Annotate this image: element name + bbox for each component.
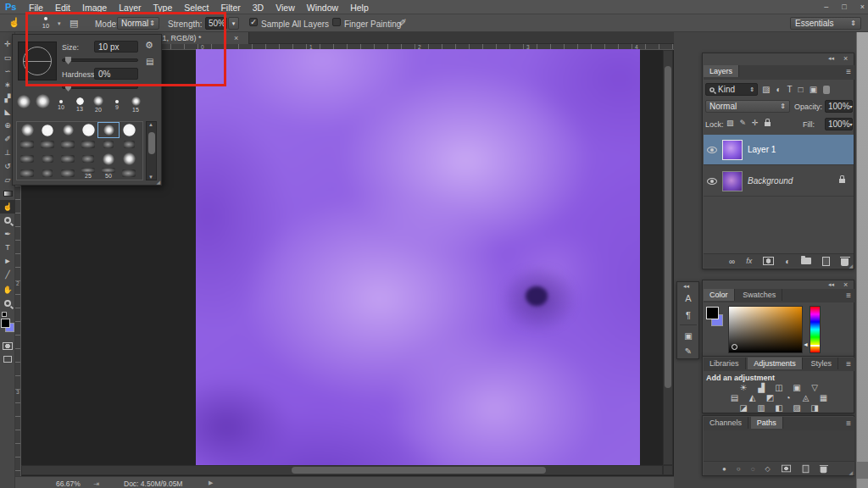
posterize-icon[interactable]: ▥ [755, 403, 768, 413]
brush-preset[interactable] [58, 152, 78, 166]
black-white-icon[interactable]: ◩ [764, 393, 776, 402]
curves-icon[interactable]: ◫ [773, 383, 786, 392]
character-panel-icon[interactable]: A [677, 291, 699, 306]
collapse-panel-icon[interactable]: ◂◂ [828, 55, 834, 62]
panel-menu-icon[interactable]: ≡ [846, 291, 851, 300]
hand-tool[interactable]: ✋ [0, 283, 15, 297]
add-mask-icon[interactable] [782, 465, 791, 473]
layer-thumbnail[interactable] [722, 171, 743, 191]
sample-all-layers-label[interactable]: Sample All Layers [261, 19, 329, 29]
scrollbar-thumb[interactable] [148, 132, 155, 154]
stroke-path-icon[interactable]: ○ [737, 465, 741, 473]
layer-row-layer1[interactable]: Layer 1 [704, 135, 854, 165]
brush-preset[interactable] [37, 123, 58, 137]
character-styles-panel-icon[interactable]: ▣ [677, 328, 699, 343]
canvas[interactable] [196, 49, 640, 474]
new-adjustment-layer-icon[interactable]: ◐ [785, 257, 790, 266]
close-icon[interactable]: × [860, 3, 865, 11]
fill-input[interactable]: 100% ▾ [825, 118, 853, 130]
brush-preset[interactable] [58, 166, 78, 180]
finger-painting-label[interactable]: Finger Painting [344, 19, 401, 29]
visibility-eye-icon[interactable] [707, 178, 717, 185]
foreground-color-swatch[interactable] [1, 319, 10, 328]
type-tool[interactable]: T [0, 241, 15, 254]
filter-toggle-switch[interactable] [823, 86, 830, 94]
opacity-input[interactable]: 100% ▾ [825, 100, 853, 113]
default-colors-icon[interactable] [2, 312, 7, 317]
tab-close-icon[interactable]: × [234, 34, 238, 42]
dodge-tool[interactable] [0, 214, 15, 227]
expand-dock-icon[interactable]: ◂◂ [683, 283, 689, 290]
lock-all-icon[interactable] [765, 122, 771, 126]
panel-resize-grip[interactable]: ◢ [156, 179, 160, 185]
paragraph-styles-panel-icon[interactable]: ✎ [677, 343, 699, 358]
channel-mixer-icon[interactable]: ◬ [799, 393, 812, 402]
load-path-selection-icon[interactable]: ◌ [751, 465, 755, 473]
menu-window[interactable]: Window [307, 1, 338, 14]
saturation-brightness-field[interactable] [728, 306, 803, 353]
tab-channels[interactable]: Channels [704, 417, 748, 429]
levels-icon[interactable]: ▟ [755, 383, 768, 392]
delete-path-icon[interactable] [820, 467, 826, 474]
vertical-scrollbar[interactable] [663, 50, 673, 465]
brush-preset[interactable] [78, 123, 98, 137]
minimize-icon[interactable]: – [824, 3, 828, 11]
screen-mode-button[interactable] [3, 356, 12, 363]
foreground-color-swatch[interactable] [706, 307, 719, 319]
tab-swatches[interactable]: Swatches [737, 289, 782, 301]
menu-3d[interactable]: 3D [253, 1, 264, 14]
color-picker-cursor[interactable] [732, 344, 737, 350]
filter-pixel-layers-icon[interactable]: ▨ [762, 85, 770, 94]
selective-color-icon[interactable]: ◨ [809, 403, 821, 413]
make-work-path-icon[interactable]: ◇ [765, 465, 770, 473]
tab-paths[interactable]: Paths [751, 417, 783, 429]
gradient-tool[interactable] [0, 186, 15, 200]
visibility-eye-icon[interactable] [707, 147, 717, 153]
add-layer-mask-icon[interactable] [763, 257, 774, 265]
layer-name[interactable]: Background [748, 176, 793, 186]
layer-name[interactable]: Layer 1 [748, 145, 776, 154]
close-panel-icon[interactable]: × [843, 280, 848, 289]
panel-menu-icon[interactable]: ≡ [846, 419, 851, 428]
brush-grid-scrollbar[interactable]: ▲ ▼ [146, 121, 157, 180]
doc-size-info[interactable]: Doc: 4.50M/9.05M [124, 480, 182, 488]
finger-painting-checkbox[interactable] [332, 18, 341, 26]
brush-preset[interactable] [78, 152, 98, 166]
brush-preset[interactable] [119, 166, 139, 180]
gradient-map-icon[interactable]: ▨ [791, 403, 804, 413]
brush-preset[interactable] [98, 137, 119, 152]
brush-preset[interactable]: 50 [98, 166, 119, 180]
brush-preset[interactable] [17, 166, 37, 180]
blend-mode-dropdown[interactable]: Normal ⇕ [705, 100, 790, 113]
brush-preset-selected[interactable] [98, 123, 119, 137]
horizontal-scrollbar[interactable] [21, 465, 663, 475]
brush-preset[interactable]: 25 [78, 166, 98, 180]
lock-transparency-icon[interactable]: ▨ [726, 119, 734, 127]
filter-type-layers-icon[interactable]: T [787, 85, 793, 94]
scroll-up-icon[interactable]: ▲ [148, 122, 153, 127]
tab-color[interactable]: Color [704, 289, 735, 301]
collapse-panel-icon[interactable]: ◂◂ [828, 281, 834, 288]
fill-path-icon[interactable]: ● [722, 465, 726, 473]
brush-preset[interactable] [33, 94, 52, 116]
brush-preset[interactable]: 20 [89, 94, 108, 116]
brush-preset[interactable]: 9 [108, 94, 126, 116]
threshold-icon[interactable]: ◧ [773, 403, 786, 413]
zoom-level[interactable]: 66.67% [56, 480, 81, 488]
brush-preset[interactable] [98, 152, 119, 166]
brush-preset[interactable] [17, 137, 37, 152]
scrollbar-thumb[interactable] [292, 467, 546, 474]
filter-shape-layers-icon[interactable]: □ [798, 85, 804, 94]
tab-adjustments[interactable]: Adjustments [748, 358, 803, 369]
exposure-icon[interactable]: ▣ [791, 383, 804, 392]
brush-preset[interactable] [119, 123, 139, 137]
strength-dropdown-button[interactable]: ▾ [228, 17, 239, 30]
layer-thumbnail[interactable] [722, 140, 743, 160]
delete-layer-icon[interactable] [841, 258, 849, 266]
smudge-tool-preset-icon[interactable]: ☝ [8, 17, 20, 28]
zoom-tool[interactable] [0, 297, 15, 310]
brush-preset[interactable] [58, 137, 78, 152]
layer-filter-dropdown[interactable]: Kind ⇕ [705, 83, 758, 96]
hue-slider-marker[interactable]: ◄ [803, 341, 809, 347]
brush-preset[interactable] [17, 152, 37, 166]
